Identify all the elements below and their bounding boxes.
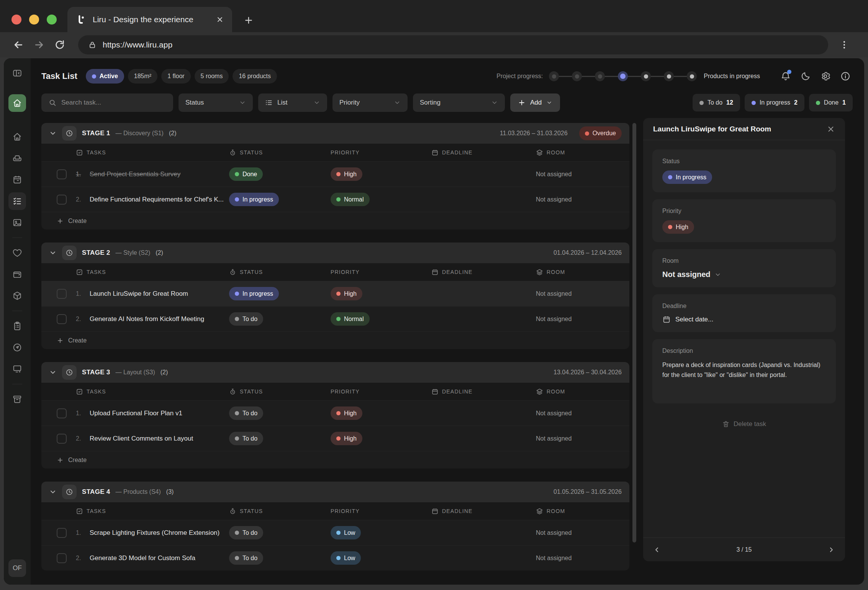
stage-clock-icon[interactable] (62, 365, 77, 380)
notifications-bell-icon[interactable] (778, 69, 793, 84)
status-pill[interactable]: Done (229, 167, 263, 181)
task-row[interactable]: 2. Generate AI Notes from Kickoff Meetin… (41, 306, 629, 331)
collapse-chevron-icon[interactable] (49, 249, 57, 257)
status-pill[interactable]: In progress (662, 170, 712, 184)
status-pill[interactable]: To do (229, 526, 263, 539)
todo-counter[interactable]: To do12 (693, 94, 740, 111)
description-text[interactable]: Prepare a deck of inspiration cards (Jap… (662, 360, 826, 395)
priority-pill[interactable]: High (331, 167, 362, 181)
calendar-icon[interactable] (8, 171, 26, 188)
progress-step[interactable] (549, 71, 559, 81)
window-minimize-button[interactable] (29, 15, 39, 25)
search-input[interactable]: Search task... (41, 93, 173, 112)
active-status-chip[interactable]: Active (86, 69, 124, 84)
status-filter-select[interactable]: Status (179, 93, 253, 112)
stage-header[interactable]: STAGE 1 — Discovery (S1) (2) 11.03.2026 … (41, 123, 629, 144)
devices-star-icon[interactable] (8, 360, 26, 378)
progress-step[interactable] (664, 71, 674, 81)
user-avatar[interactable]: OF (8, 559, 26, 577)
task-row-selected[interactable]: 1. Launch LiruSwipe for Great Room In pr… (41, 281, 629, 306)
task-row[interactable]: 1. Scrape Lighting Fixtures (Chrome Exte… (41, 520, 629, 545)
priority-pill[interactable]: Low (331, 526, 361, 539)
status-pill[interactable]: To do (229, 551, 263, 565)
task-checkbox[interactable] (57, 195, 67, 205)
reload-icon[interactable] (52, 37, 67, 52)
collapse-chevron-icon[interactable] (49, 369, 57, 376)
priority-pill[interactable]: High (331, 406, 362, 420)
task-checkbox[interactable] (57, 434, 67, 444)
status-pill[interactable]: In progress (229, 193, 279, 206)
priority-filter-select[interactable]: Priority (332, 93, 408, 112)
forward-icon[interactable] (31, 37, 47, 52)
task-checkbox[interactable] (57, 408, 67, 418)
create-task-button[interactable]: Create (41, 451, 629, 469)
favorites-icon[interactable] (8, 244, 26, 262)
sorting-select[interactable]: Sorting (413, 93, 505, 112)
stage-clock-icon[interactable] (62, 485, 77, 499)
delete-task-button[interactable]: Delete task (652, 420, 836, 428)
task-checkbox[interactable] (57, 169, 67, 179)
status-pill[interactable]: To do (229, 406, 263, 420)
next-task-icon[interactable] (827, 546, 835, 554)
task-checkbox[interactable] (57, 314, 67, 324)
progress-step[interactable] (687, 71, 697, 81)
clipboard-icon[interactable] (8, 317, 26, 335)
previous-task-icon[interactable] (653, 546, 661, 554)
scrollbar-thumb[interactable] (632, 123, 636, 542)
task-list-icon[interactable] (8, 192, 26, 210)
priority-pill[interactable]: High (331, 432, 362, 445)
room-select[interactable]: Not assigned (662, 270, 826, 279)
task-row[interactable]: 2. Review Client Comments on Layout To d… (41, 426, 629, 451)
explore-icon[interactable] (8, 339, 26, 356)
stage-clock-icon[interactable] (62, 126, 77, 141)
home-icon[interactable] (8, 128, 26, 146)
status-pill[interactable]: In progress (229, 287, 279, 300)
in-progress-counter[interactable]: In progress2 (745, 94, 804, 111)
add-button[interactable]: Add (510, 93, 560, 112)
budget-icon[interactable] (8, 266, 26, 283)
task-checkbox[interactable] (57, 528, 67, 538)
deadline-date-picker[interactable]: Select date... (662, 315, 826, 324)
task-row[interactable]: 2. Generate 3D Model for Custom Sofa To … (41, 545, 629, 570)
settings-gear-icon[interactable] (818, 69, 833, 84)
dark-mode-moon-icon[interactable] (798, 69, 813, 84)
progress-step-active[interactable] (618, 71, 628, 81)
furniture-icon[interactable] (8, 149, 26, 167)
priority-pill[interactable]: Low (331, 551, 361, 565)
new-tab-button[interactable] (244, 15, 254, 25)
create-task-button[interactable]: Create (41, 331, 629, 349)
priority-pill[interactable]: Normal (331, 312, 370, 326)
task-row[interactable]: 1. Send Project Essentials Survey Done H… (41, 161, 629, 187)
status-pill[interactable]: To do (229, 312, 263, 326)
back-icon[interactable] (11, 37, 26, 52)
create-task-button[interactable]: Create (41, 212, 629, 229)
browser-menu-icon[interactable] (837, 37, 852, 52)
products-icon[interactable] (8, 287, 26, 305)
task-row[interactable]: 1. Upload Functional Floor Plan v1 To do… (41, 400, 629, 426)
window-zoom-button[interactable] (47, 15, 57, 25)
priority-pill[interactable]: Normal (331, 193, 370, 206)
archive-icon[interactable] (8, 390, 26, 408)
stage-header[interactable]: STAGE 3 — Layout (S3) (2) 13.04.2026 – 3… (41, 362, 629, 383)
close-icon[interactable] (827, 125, 835, 133)
sidebar-toggle-icon[interactable] (8, 64, 26, 82)
browser-tab[interactable]: Liru - Design the experience (67, 7, 232, 32)
window-close-button[interactable] (11, 15, 21, 25)
workspace-home-button[interactable] (8, 94, 26, 112)
stage-clock-icon[interactable] (62, 246, 77, 260)
progress-step[interactable] (595, 71, 605, 81)
task-row[interactable]: 2. Define Functional Requirements for Ch… (41, 187, 629, 212)
tab-close-icon[interactable] (216, 16, 224, 23)
status-pill[interactable]: To do (229, 432, 263, 445)
stage-header[interactable]: STAGE 2 — Style (S2) (2) 01.04.2026 – 12… (41, 243, 629, 263)
done-counter[interactable]: Done1 (809, 94, 853, 111)
collapse-chevron-icon[interactable] (49, 129, 57, 137)
progress-step[interactable] (641, 71, 651, 81)
task-checkbox[interactable] (57, 289, 67, 299)
stage-header[interactable]: STAGE 4 — Products (S4) (3) 01.05.2026 –… (41, 482, 629, 502)
view-select[interactable]: List (258, 93, 327, 112)
task-checkbox[interactable] (57, 553, 67, 563)
priority-pill[interactable]: High (331, 287, 362, 300)
priority-pill[interactable]: High (662, 220, 694, 234)
url-bar[interactable]: https://www.liru.app (78, 35, 828, 54)
